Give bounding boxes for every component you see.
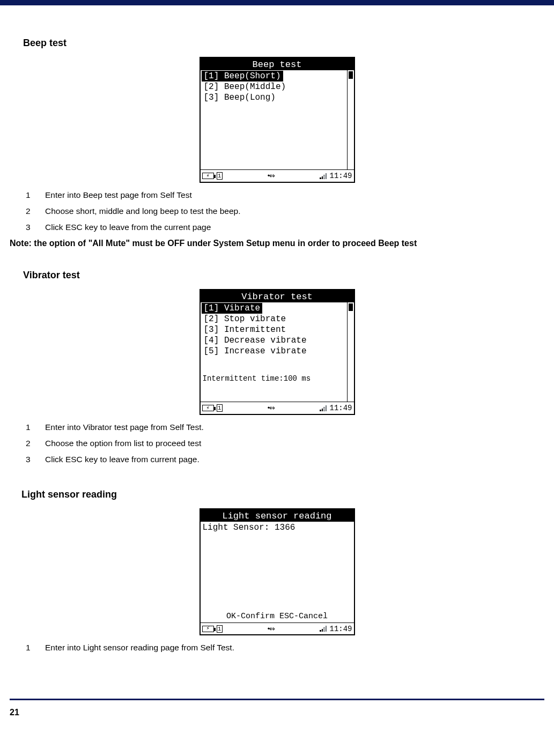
scrollbar (347, 70, 354, 169)
clock-text: 11:49 (329, 172, 352, 180)
page-index-icon: 1 (217, 172, 223, 180)
signal-icon (320, 173, 327, 179)
page-index-icon: 1 (217, 625, 223, 633)
steps-list-vibrator: 1Enter into Vibrator test page from Self… (26, 419, 544, 468)
hint-text: OK-Confirm ESC-Cancel (201, 610, 354, 622)
status-bar: ⚡ 1 •⇔ 11:49 (201, 622, 354, 634)
sensor-value-text: Light Sensor: 1366 (201, 522, 354, 610)
connector-icon: •⇔ (268, 404, 275, 412)
note-text: Note: the option of "All Mute" must be O… (10, 239, 544, 248)
step-text: Click ESC key to leave from the current … (45, 223, 211, 232)
heading-vibrator-test: Vibrator test (23, 270, 544, 281)
steps-list-light: 1Enter into Light sensor reading page fr… (26, 640, 544, 656)
device-screen-light: Light sensor reading Light Sensor: 1366 … (200, 508, 355, 635)
step-text: Click ESC key to leave from current page… (45, 455, 200, 464)
menu-item: [3] Beep(Long) (202, 92, 353, 103)
top-bar (0, 0, 554, 5)
menu-item: [1] Beep(Short) (202, 71, 283, 81)
menu-item: [3] Intermittent (202, 324, 353, 335)
device-title: Beep test (201, 58, 354, 70)
step-number: 3 (26, 455, 33, 464)
status-bar: ⚡ 1 •⇔ 11:49 (201, 402, 354, 414)
device-screen-vibrator: Vibrator test [1] Vibrate [2] Stop vibra… (200, 289, 355, 415)
menu-item: [2] Beep(Middle) (202, 81, 353, 92)
signal-icon (320, 405, 327, 411)
menu-item: [2] Stop vibrate (202, 314, 353, 324)
step-text: Enter into Light sensor reading page fro… (45, 643, 234, 653)
menu-item: [4] Decrease vibrate (202, 335, 353, 346)
step-number: 2 (26, 439, 33, 448)
heading-light-sensor: Light sensor reading (21, 489, 544, 500)
heading-beep-test: Beep test (23, 38, 544, 49)
battery-icon: ⚡ (202, 173, 214, 179)
connector-icon: •⇔ (268, 625, 275, 633)
clock-text: 11:49 (329, 404, 352, 412)
step-number: 1 (26, 423, 33, 432)
battery-icon: ⚡ (202, 626, 214, 632)
connector-icon: •⇔ (268, 172, 275, 180)
step-text: Choose the option from list to proceed t… (45, 439, 201, 448)
step-number: 3 (26, 223, 33, 232)
document-page: Beep test Beep test [1] Beep(Short) [2] … (0, 38, 554, 743)
page-index-icon: 1 (217, 404, 223, 412)
battery-icon: ⚡ (202, 405, 214, 411)
step-number: 2 (26, 206, 33, 216)
step-text: Enter into Vibrator test page from Self … (45, 423, 204, 432)
device-title: Light sensor reading (201, 509, 354, 522)
device-screen-beep: Beep test [1] Beep(Short) [2] Beep(Middl… (200, 57, 355, 183)
device-title: Vibrator test (201, 290, 354, 302)
status-bar: ⚡ 1 •⇔ 11:49 (201, 170, 354, 182)
step-text: Choose short, middle and long beep to te… (45, 206, 241, 216)
clock-text: 11:49 (329, 625, 352, 633)
step-text: Enter into Beep test page from Self Test (45, 190, 192, 200)
menu-item: [1] Vibrate (202, 303, 263, 314)
steps-list-beep: 1Enter into Beep test page from Self Tes… (26, 187, 544, 235)
page-number: 21 (10, 700, 544, 727)
step-number: 1 (26, 190, 33, 200)
menu-item: [5] Increase vibrate (202, 346, 353, 357)
scrollbar (347, 302, 354, 402)
extra-info-text: Intermittent time:100 ms (201, 373, 354, 384)
signal-icon (320, 626, 327, 632)
step-number: 1 (26, 643, 33, 653)
